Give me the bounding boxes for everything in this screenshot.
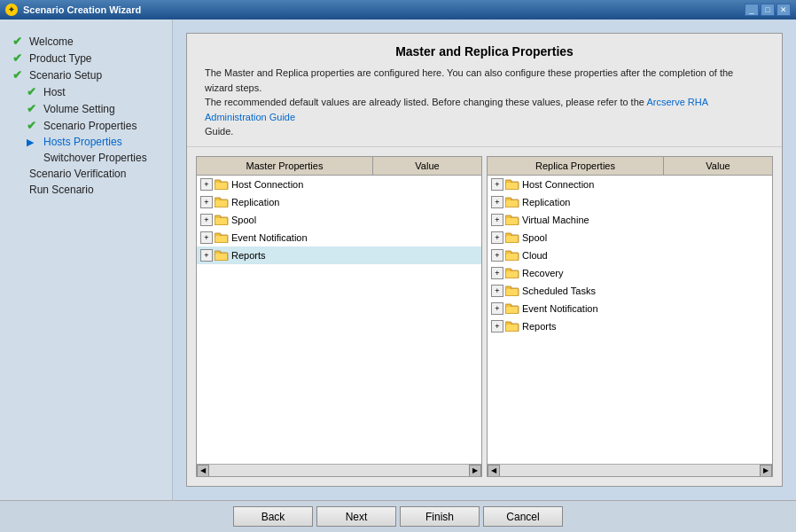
replica-row-recovery[interactable]: + Recovery [488, 264, 772, 282]
finish-button[interactable]: Finish [400, 506, 480, 527]
expand-icon[interactable]: + [491, 231, 503, 244]
title-bar: ✦ Scenario Creation Wizard _ □ ✕ [0, 0, 796, 20]
scroll-right-btn[interactable]: ▶ [469, 465, 481, 477]
master-row-label: Event Notification [231, 232, 308, 243]
sidebar-item-label: Host [43, 86, 66, 98]
sidebar-item-hosts-properties[interactable]: ▶ Hosts Properties [9, 134, 163, 150]
content-panel: Master and Replica Properties The Master… [186, 33, 783, 487]
expand-icon[interactable]: + [200, 231, 213, 244]
svg-rect-5 [215, 200, 227, 207]
replica-table-header: Replica Properties Value [488, 157, 772, 176]
sidebar-item-scenario-setup[interactable]: ✔ Scenario Setup [9, 66, 163, 83]
expand-icon[interactable]: + [200, 178, 213, 191]
sidebar-item-label: Scenario Verification [29, 168, 126, 180]
sidebar-item-host[interactable]: ✔ Host [9, 83, 163, 100]
replica-row-label: Reports [522, 321, 557, 332]
title-bar-left: ✦ Scenario Creation Wizard [5, 4, 141, 16]
replica-row-virtual-machine[interactable]: + Virtual Machine [488, 211, 772, 229]
title-bar-controls[interactable]: _ □ ✕ [745, 4, 791, 16]
expand-icon[interactable]: + [491, 302, 503, 315]
svg-rect-41 [506, 325, 518, 331]
replica-col2-header: Value [664, 157, 772, 175]
sidebar-item-run-scenario[interactable]: Run Scenario [9, 182, 163, 198]
sidebar-item-label: Scenario Setup [29, 69, 102, 82]
expand-icon[interactable]: + [200, 214, 213, 226]
panel-description: The Master and Replica properties are co… [205, 66, 764, 139]
content-area: Master and Replica Properties The Master… [173, 20, 796, 500]
replica-row-spool[interactable]: + Spool [488, 229, 772, 246]
master-table-scrollbar[interactable]: ◀ ▶ [197, 464, 481, 476]
sidebar-item-label: Welcome [29, 35, 74, 48]
sidebar-item-product-type[interactable]: ✔ Product Type [9, 50, 163, 66]
svg-rect-38 [506, 307, 518, 313]
svg-rect-29 [506, 254, 518, 260]
master-col2-header: Value [373, 157, 481, 175]
svg-rect-2 [215, 183, 227, 189]
svg-rect-26 [506, 236, 518, 242]
replica-row-cloud[interactable]: + Cloud [488, 246, 772, 264]
replica-row-event-notification[interactable]: + Event Notification [488, 300, 772, 317]
replica-row-host-connection[interactable]: + Host Connection [488, 176, 772, 193]
back-button[interactable]: Back [233, 506, 313, 527]
panel-header: Master and Replica Properties The Master… [187, 34, 782, 147]
expand-icon[interactable]: + [491, 320, 503, 332]
master-row-label: Replication [231, 197, 279, 207]
minimize-button[interactable]: _ [745, 4, 759, 16]
folder-icon [505, 214, 519, 226]
sidebar-item-switchover-properties[interactable]: Switchover Properties [9, 150, 163, 166]
check-icon: ✔ [12, 35, 25, 48]
check-icon: ✔ [12, 68, 25, 82]
master-row-event-notification[interactable]: + Event Notification [197, 229, 481, 246]
scroll-track[interactable] [500, 465, 760, 476]
sidebar-item-volume-setting[interactable]: ✔ Volume Setting [9, 100, 163, 117]
next-button[interactable]: Next [316, 506, 396, 527]
scroll-right-btn[interactable]: ▶ [760, 465, 772, 477]
expand-icon[interactable]: + [491, 196, 503, 208]
replica-table-scrollbar[interactable]: ◀ ▶ [488, 464, 772, 476]
expand-icon[interactable]: + [491, 249, 503, 262]
master-row-spool[interactable]: + Spool [197, 211, 481, 229]
expand-icon[interactable]: + [491, 267, 503, 279]
svg-rect-17 [506, 183, 518, 189]
expand-icon[interactable]: + [200, 249, 213, 262]
expand-icon[interactable]: + [491, 178, 503, 191]
master-table-header: Master Properties Value [197, 157, 481, 176]
master-row-label: Spool [231, 215, 256, 225]
sidebar-item-label: Scenario Properties [43, 120, 137, 132]
replica-row-label: Host Connection [522, 179, 594, 190]
replica-row-replication[interactable]: + Replication [488, 193, 772, 211]
master-row-label: Host Connection [231, 179, 303, 190]
master-properties-table: Master Properties Value + [196, 156, 482, 478]
master-row-label: Reports [231, 250, 266, 261]
folder-icon [505, 302, 519, 315]
master-row-replication[interactable]: + Replication [197, 193, 481, 211]
folder-icon [505, 320, 519, 332]
scroll-left-btn[interactable]: ◀ [488, 465, 500, 477]
cancel-button[interactable]: Cancel [483, 506, 563, 527]
expand-icon[interactable]: + [491, 285, 503, 297]
expand-icon[interactable]: + [200, 196, 213, 208]
check-icon: ✔ [27, 119, 39, 132]
sidebar-item-scenario-properties[interactable]: ✔ Scenario Properties [9, 117, 163, 134]
master-table-body: + Host Connection + [197, 176, 481, 465]
folder-icon [505, 196, 519, 208]
sidebar-item-label: Product Type [29, 52, 92, 65]
scroll-track[interactable] [209, 465, 469, 476]
check-icon: ✔ [27, 85, 39, 98]
close-button[interactable]: ✕ [776, 4, 791, 16]
maximize-button[interactable]: □ [761, 4, 775, 16]
master-row-reports[interactable]: + Reports [197, 246, 481, 264]
replica-row-reports[interactable]: + Reports [488, 317, 772, 335]
check-icon: ✔ [27, 102, 39, 115]
sidebar-item-welcome[interactable]: ✔ Welcome [9, 33, 163, 50]
folder-icon [215, 178, 229, 191]
replica-row-label: Cloud [522, 250, 548, 261]
sidebar-item-scenario-verification[interactable]: Scenario Verification [9, 166, 163, 182]
sidebar-item-label: Volume Setting [43, 103, 115, 115]
scroll-left-btn[interactable]: ◀ [197, 465, 209, 477]
svg-rect-11 [215, 236, 227, 242]
master-row-host-connection[interactable]: + Host Connection [197, 176, 481, 193]
expand-icon[interactable]: + [491, 214, 503, 226]
replica-row-scheduled-tasks[interactable]: + Scheduled Tasks [488, 282, 772, 300]
svg-rect-20 [506, 200, 518, 207]
